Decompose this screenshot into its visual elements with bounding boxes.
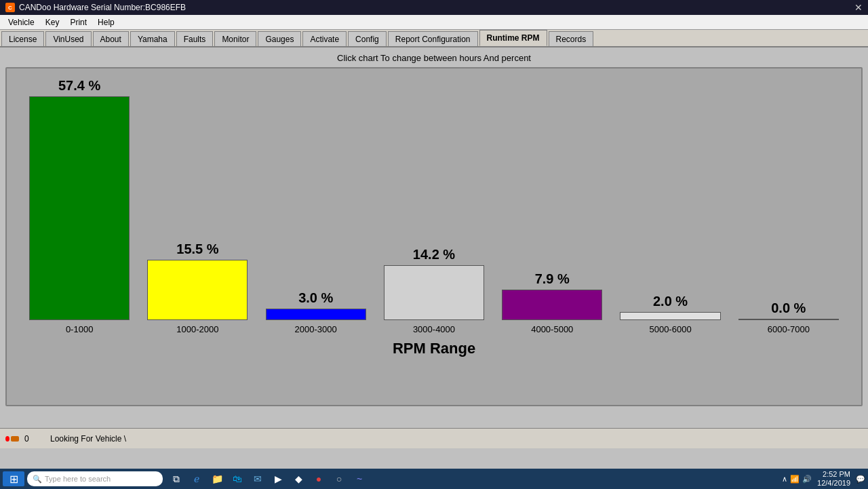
bar-group-1000-2000: 15.5 %1000-2000 <box>138 241 256 334</box>
tab-license[interactable]: License <box>1 31 44 46</box>
bar-value-1: 15.5 % <box>176 241 218 257</box>
bar-value-0: 57.4 % <box>58 78 100 94</box>
tab-monitor[interactable]: Monitor <box>214 31 256 46</box>
tab-config[interactable]: Config <box>348 31 387 46</box>
taskbar-search[interactable]: 🔍 Type here to search <box>27 471 163 486</box>
bar-value-2: 3.0 % <box>298 290 333 306</box>
menu-vehicle[interactable]: Vehicle <box>3 16 40 28</box>
bar-xlabel-2: 2000-3000 <box>295 324 337 334</box>
app1-icon[interactable]: ▶ <box>270 471 286 486</box>
app2-icon[interactable]: ◆ <box>290 471 307 486</box>
bar-value-3: 14.2 % <box>413 247 455 262</box>
status-icon <box>5 434 19 444</box>
taskbar-icons: ⧉ ℯ 📁 🛍 ✉ ▶ ◆ ● ○ ~ <box>168 471 368 486</box>
bar-xlabel-5: 5000-6000 <box>649 324 691 334</box>
tab-yamaha[interactable]: Yamaha <box>130 31 175 46</box>
bar-xlabel-0: 0-1000 <box>66 324 93 334</box>
clock-time: 2:52 PM <box>823 470 850 479</box>
close-button[interactable]: ✕ <box>854 2 863 13</box>
bar-group-2000-3000: 3.0 %2000-3000 <box>257 290 375 334</box>
sys-tray-icons: ∧ 📶 🔊 <box>782 475 812 484</box>
app3-icon[interactable]: ● <box>311 471 327 486</box>
nav-tabs: License VinUsed About Yamaha Faults Moni… <box>0 30 868 47</box>
menu-key[interactable]: Key <box>40 16 65 28</box>
edge-icon[interactable]: ℯ <box>189 471 205 486</box>
bar-rect-0 <box>29 96 130 320</box>
taskview-icon[interactable]: ⧉ <box>168 471 184 486</box>
main-content: Click chart To change between hours And … <box>0 47 868 448</box>
bar-group-4000-5000: 7.9 %4000-5000 <box>493 271 611 334</box>
tray-volume[interactable]: 🔊 <box>802 475 812 484</box>
status-number: 0 <box>24 434 45 444</box>
taskbar-right: ∧ 📶 🔊 2:52 PM 12/4/2019 💬 <box>782 470 865 488</box>
tab-activate[interactable]: Activate <box>302 31 347 46</box>
app4-icon[interactable]: ○ <box>331 471 347 486</box>
menu-bar: Vehicle Key Print Help <box>0 15 868 30</box>
bar-xlabel-3: 3000-4000 <box>413 324 455 334</box>
explorer-icon[interactable]: 📁 <box>209 471 225 486</box>
status-bar: 0 Looking For Vehicle \ <box>0 428 868 448</box>
search-placeholder: Type here to search <box>45 475 111 483</box>
chart-area: 57.4 %0-100015.5 %1000-20003.0 %2000-300… <box>20 77 848 334</box>
main-window: C CANDoo Hardware Serial Number:BC986EFB… <box>0 0 868 469</box>
menu-print[interactable]: Print <box>64 16 92 28</box>
tab-runtime-rpm[interactable]: Runtime RPM <box>479 30 547 46</box>
tab-vinused[interactable]: VinUsed <box>45 31 91 46</box>
start-button[interactable]: ⊞ <box>3 471 24 486</box>
tab-about[interactable]: About <box>93 31 129 46</box>
mail-icon[interactable]: ✉ <box>250 471 266 486</box>
tray-arrow[interactable]: ∧ <box>782 475 787 484</box>
tab-report-configuration[interactable]: Report Configuration <box>388 31 478 46</box>
bar-value-6: 0.0 % <box>771 300 806 316</box>
notification-icon[interactable]: 💬 <box>856 475 865 484</box>
title-bar: C CANDoo Hardware Serial Number:BC986EFB… <box>0 0 868 15</box>
bar-rect-1 <box>147 260 248 320</box>
bar-group-0-1000: 57.4 %0-1000 <box>20 78 138 334</box>
bar-group-3000-4000: 14.2 %3000-4000 <box>375 247 493 335</box>
tab-faults[interactable]: Faults <box>176 31 214 46</box>
store-icon[interactable]: 🛍 <box>229 471 245 486</box>
bar-rect-5 <box>620 312 720 320</box>
clock-date: 12/4/2019 <box>817 479 850 488</box>
bar-rect-3 <box>384 265 484 321</box>
bar-value-5: 2.0 % <box>653 294 688 309</box>
taskbar-clock[interactable]: 2:52 PM 12/4/2019 <box>817 470 850 488</box>
x-axis-title: RPM Range <box>20 340 848 357</box>
tab-gauges[interactable]: Gauges <box>258 31 301 46</box>
app-icon: C <box>5 3 15 12</box>
taskbar: ⊞ 🔍 Type here to search ⧉ ℯ 📁 🛍 ✉ ▶ ◆ ● … <box>0 469 868 489</box>
bar-rect-4 <box>502 290 602 320</box>
menu-help[interactable]: Help <box>92 16 120 28</box>
status-dot-red <box>5 436 9 442</box>
bar-xlabel-1: 1000-2000 <box>176 324 218 334</box>
window-title: CANDoo Hardware Serial Number:BC986EFB <box>19 3 186 12</box>
status-dot-orange <box>11 436 19 442</box>
bar-group-5000-6000: 2.0 %5000-6000 <box>611 294 729 334</box>
bar-value-4: 7.9 % <box>535 271 570 287</box>
search-icon: 🔍 <box>33 475 42 484</box>
tab-records[interactable]: Records <box>549 31 594 46</box>
bar-xlabel-4: 4000-5000 <box>531 324 573 334</box>
bar-group-6000-7000: 0.0 %6000-7000 <box>730 300 848 334</box>
chart-container[interactable]: 57.4 %0-100015.5 %1000-20003.0 %2000-300… <box>5 67 863 406</box>
bar-xlabel-6: 6000-7000 <box>768 324 810 334</box>
chart-instruction: Click chart To change between hours And … <box>5 53 863 63</box>
tray-wifi[interactable]: 📶 <box>790 475 800 484</box>
status-message: Looking For Vehicle \ <box>50 434 126 444</box>
bar-rect-2 <box>266 309 366 320</box>
bar-rect-6 <box>738 319 839 320</box>
app5-icon[interactable]: ~ <box>351 471 368 486</box>
